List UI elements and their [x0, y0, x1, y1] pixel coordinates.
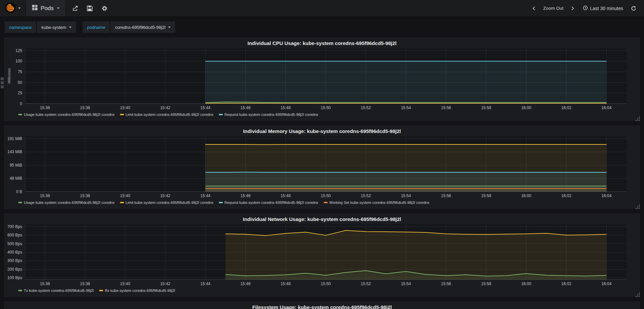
gear-icon[interactable] — [99, 3, 110, 14]
legend-label: Usage kube-system coredns-695f96dcd5-98j… — [24, 113, 115, 117]
x-tick-label: 15:58 — [481, 105, 491, 110]
legend-label: Limit kube-system coredns-695f96dcd5-98j… — [126, 201, 213, 205]
legend-item[interactable]: Rx kube-system coredns-695f96dcd5-98j2l — [99, 289, 175, 293]
x-tick-label: 15:42 — [160, 105, 170, 110]
legend-label: Limit kube-system coredns-695f96dcd5-98j… — [126, 113, 213, 117]
chevron-down-icon — [18, 7, 21, 9]
top-navbar: Pods Zoom Out — [0, 0, 644, 17]
x-tick-label: 16:00 — [521, 105, 531, 110]
cpu-chart-plot[interactable] — [25, 48, 627, 104]
x-tick-label: 15:38 — [80, 281, 90, 286]
variable-podname-value[interactable]: coredns-695f96dcd5-98j2l — [111, 21, 175, 33]
y-tick-label: 400 Bps — [7, 250, 22, 255]
x-axis-tick-labels: 15:3615:3815:4015:4215:4415:4615:4815:50… — [25, 192, 627, 198]
legend-swatch — [99, 290, 103, 291]
network-chart: 100 Bps200 Bps300 Bps400 Bps500 Bps600 B… — [25, 224, 627, 280]
legend-item[interactable]: Working Set kube-system coredns-695f96dc… — [324, 201, 430, 205]
x-tick-label: 15:40 — [120, 281, 130, 286]
x-tick-label: 15:52 — [361, 193, 371, 198]
x-tick-label: 15:50 — [321, 105, 331, 110]
legend-item[interactable]: Request kube-system coredns-695f96dcd5-9… — [219, 201, 318, 205]
legend-item[interactable]: Limit kube-system coredns-695f96dcd5-98j… — [120, 113, 213, 117]
legend-swatch — [18, 202, 22, 203]
legend-swatch — [219, 202, 223, 203]
x-tick-label: 15:36 — [40, 105, 50, 110]
legend-label: Rx kube-system coredns-695f96dcd5-98j2l — [105, 289, 175, 293]
panel-title-memory[interactable]: Individual Memory Usage: kube-system cor… — [8, 128, 636, 135]
grafana-menu-button[interactable] — [0, 0, 26, 16]
x-tick-label: 15:44 — [200, 281, 210, 286]
x-tick-label: 16:02 — [561, 281, 571, 286]
clock-icon — [583, 5, 588, 11]
legend-item[interactable]: Usage kube-system coredns-695f96dcd5-98j… — [18, 201, 115, 205]
panel-title-filesystem[interactable]: Filesystem Usage: kube-system coredns-69… — [8, 304, 636, 309]
panel-resize-handle[interactable] — [637, 118, 638, 119]
x-tick-label: 15:46 — [240, 281, 250, 286]
memory-chart-legend: Usage kube-system coredns-695f96dcd5-98j… — [18, 201, 636, 205]
x-tick-label: 16:00 — [521, 281, 531, 286]
y-tick-label: 500 Bps — [7, 241, 22, 246]
x-axis-tick-labels: 15:3615:3815:4015:4215:4415:4615:4815:50… — [25, 280, 627, 286]
legend-item[interactable]: Tx kube-system coredns-695f96dcd5-98j2l — [18, 289, 94, 293]
y-tick-label: 300 Bps — [7, 258, 22, 263]
share-button[interactable] — [69, 3, 81, 14]
panel-filesystem-usage: Filesystem Usage: kube-system coredns-69… — [4, 302, 640, 309]
y-tick-label: 100 — [15, 59, 22, 63]
time-range-label: Last 30 minutes — [590, 6, 623, 11]
panel-resize-handle[interactable] — [637, 206, 638, 207]
x-tick-label: 15:48 — [281, 193, 291, 198]
x-tick-label: 15:46 — [240, 193, 250, 198]
legend-item[interactable]: Usage kube-system coredns-695f96dcd5-98j… — [18, 113, 115, 117]
template-variables-row: namespace kube-system podname coredns-69… — [0, 17, 644, 38]
x-tick-label: 15:52 — [361, 105, 371, 110]
variable-namespace-label[interactable]: namespace — [5, 21, 36, 33]
time-range-picker[interactable]: Last 30 minutes — [580, 4, 626, 13]
save-button[interactable] — [84, 3, 95, 14]
legend-item[interactable]: Request kube-system coredns-695f96dcd5-9… — [219, 113, 318, 117]
x-tick-label: 15:38 — [80, 105, 90, 110]
x-tick-label: 15:56 — [441, 281, 451, 286]
x-axis-tick-labels: 15:3615:3815:4015:4215:4415:4615:4815:50… — [25, 104, 627, 111]
x-tick-label: 16:04 — [601, 193, 611, 198]
x-tick-label: 16:02 — [561, 105, 571, 110]
x-tick-label: 16:04 — [601, 105, 611, 110]
grafana-logo-icon — [5, 2, 16, 15]
x-tick-label: 15:58 — [481, 281, 491, 286]
panel-resize-handle[interactable] — [637, 294, 638, 295]
legend-item[interactable]: Limit kube-system coredns-695f96dcd5-98j… — [120, 201, 213, 205]
x-tick-label: 15:46 — [240, 105, 250, 110]
x-tick-label: 15:40 — [120, 105, 130, 110]
legend-swatch — [120, 202, 124, 203]
x-tick-label: 15:50 — [321, 281, 331, 286]
y-tick-label: 48 MiB — [10, 176, 22, 181]
y-tick-label: 700 Bps — [7, 224, 22, 229]
x-tick-label: 15:54 — [401, 281, 411, 286]
dashboard-title: Pods — [41, 5, 54, 12]
x-tick-label: 15:56 — [441, 105, 451, 110]
network-chart-legend: Tx kube-system coredns-695f96dcd5-98j2lR… — [18, 289, 636, 293]
x-tick-label: 15:38 — [80, 193, 90, 198]
legend-label: Working Set kube-system coredns-695f96dc… — [329, 201, 430, 205]
memory-chart-plot[interactable] — [25, 136, 627, 192]
panel-title-cpu[interactable]: Individual CPU Usage: kube-system coredn… — [8, 40, 636, 47]
dashboard-grid-icon — [32, 5, 38, 12]
chevron-down-icon — [57, 7, 59, 9]
time-back-button[interactable] — [528, 3, 540, 14]
y-tick-label: 0 — [20, 101, 22, 106]
network-chart-plot[interactable] — [25, 224, 627, 280]
variable-namespace-value[interactable]: kube-system — [37, 21, 76, 33]
variable-podname-label[interactable]: podname — [83, 21, 110, 33]
panel-cpu-usage: Individual CPU Usage: kube-system coredn… — [4, 38, 640, 121]
y-tick-label: 75 — [18, 70, 22, 74]
time-forward-button[interactable] — [567, 3, 578, 14]
dashboard-picker-button[interactable]: Pods — [26, 0, 66, 16]
panel-title-network[interactable]: Individual Network Usage: kube-system co… — [8, 216, 636, 223]
legend-swatch — [18, 290, 22, 291]
x-tick-label: 15:44 — [200, 193, 210, 198]
chevron-down-icon — [69, 27, 72, 28]
y-tick-label: 25 — [18, 91, 22, 95]
variable-podname-selected: coredns-695f96dcd5-98j2l — [115, 25, 165, 30]
refresh-button[interactable] — [628, 3, 639, 14]
zoom-out-button[interactable]: Zoom Out — [542, 4, 565, 12]
x-tick-label: 16:02 — [561, 193, 571, 198]
